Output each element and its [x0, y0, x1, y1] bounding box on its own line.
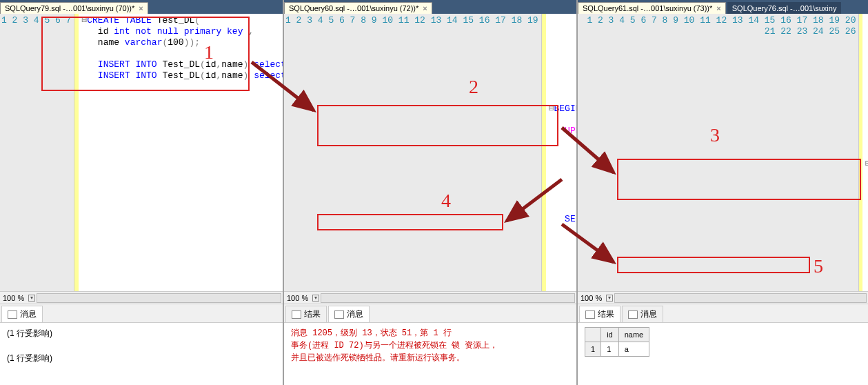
code-editor[interactable]: 1 2 3 4 5 6 7 8 9 10 11 12 13 14 15 16 1…	[578, 14, 868, 291]
file-tab-label: SQLQuery61.sql -…001\suxinyu (73))*	[583, 4, 712, 12]
code-token: id	[98, 26, 114, 37]
code-token: select	[254, 70, 283, 81]
code-token: Test_DL	[157, 59, 200, 70]
results-panel: 消息 1205，级别 13，状态 51，第 1 行事务(进程 ID 72)与另一…	[284, 323, 576, 385]
message-line	[7, 339, 276, 352]
results-tab[interactable]: 消息	[622, 306, 663, 322]
horizontal-scrollbar[interactable]	[37, 293, 281, 303]
results-tab-label: 结果	[304, 308, 321, 320]
code-token: name	[98, 37, 125, 48]
zoom-bar: 100 %▾	[284, 291, 576, 304]
code-editor[interactable]: 1 2 3 4 5 6 7 8 9 10 11 12 13 14 15 16 1…	[284, 14, 576, 291]
results-tab-icon	[292, 310, 301, 319]
file-tab[interactable]: SQLQuery79.sql -…001\suxinyu (70))*×	[0, 2, 148, 14]
code-token: BEGIN TRANSACTION	[554, 103, 577, 114]
code-token: )	[243, 59, 254, 70]
code-token: ));	[184, 37, 200, 48]
results-tab-icon	[628, 310, 638, 319]
code-token: int not null primary key	[114, 26, 248, 37]
zoom-dropdown-icon[interactable]: ▾	[312, 295, 319, 302]
results-tab-label: 消息	[20, 308, 37, 320]
file-tab[interactable]: SQLQuery60.sql -…001\suxinyu (72))*×	[284, 2, 432, 14]
file-tab[interactable]: SQLQuery61.sql -…001\suxinyu (73))*×	[578, 2, 726, 14]
code-area[interactable]: ⊟BEGIN TRANSACTION UPDATE Test_DL SET Na…	[862, 14, 868, 291]
code-token: select	[254, 59, 283, 70]
code-token: id	[205, 70, 216, 81]
horizontal-scrollbar[interactable]	[321, 293, 575, 303]
line-number-gutter: 1 2 3 4 5 6 7 8 9 10 11 12 13 14 15 16 1…	[284, 14, 542, 291]
code-token: INSERT INTO	[98, 59, 157, 70]
editor-pane: SQLQuery61.sql -…001\suxinyu (73))*×SQLQ…	[578, 0, 868, 385]
code-area[interactable]: ⊟CREATE TABLE Test_DL( id int not null p…	[79, 14, 283, 291]
zoom-level[interactable]: 100 %	[578, 294, 605, 302]
code-token: name	[221, 70, 243, 81]
results-tab[interactable]: 消息	[328, 306, 370, 322]
message-line: 并且已被选作死锁牺牲品。请重新运行该事务。	[291, 352, 569, 364]
zoom-dropdown-icon[interactable]: ▾	[28, 295, 35, 302]
code-token: CREATE TABLE	[87, 15, 152, 26]
close-icon[interactable]: ×	[139, 4, 143, 12]
code-token: )	[243, 70, 254, 81]
close-icon[interactable]: ×	[423, 4, 427, 12]
grid-row-number[interactable]: 1	[585, 342, 601, 357]
zoom-level[interactable]: 100 %	[284, 294, 311, 302]
grid-cell[interactable]: a	[618, 342, 649, 357]
line-number-gutter: 1 2 3 4 5 6 7	[0, 14, 74, 291]
results-tab-icon	[334, 310, 344, 319]
tab-bar: SQLQuery61.sql -…001\suxinyu (73))*×SQLQ…	[578, 0, 868, 14]
results-tab-bar: 消息	[0, 304, 283, 323]
results-tab[interactable]: 消息	[1, 306, 43, 322]
grid-header[interactable]: name	[618, 328, 649, 342]
zoom-bar: 100 %▾	[578, 291, 868, 304]
grid-corner	[585, 328, 601, 342]
file-tab-label: SQLQuery76.sql -…001\suxiny	[732, 4, 837, 12]
file-tab-label: SQLQuery79.sql -…001\suxinyu (70))*	[5, 4, 134, 12]
grid-cell[interactable]: 1	[601, 342, 619, 357]
fold-icon[interactable]: ⊟	[865, 159, 868, 169]
results-tab-icon	[8, 310, 17, 319]
editor-pane: SQLQuery60.sql -…001\suxinyu (72))*×1 2 …	[284, 0, 578, 385]
code-token: Test_DL	[157, 70, 200, 81]
code-token: 100	[168, 37, 183, 48]
code-token: UPDATE	[565, 126, 576, 136]
zoom-bar: 100 %▾	[0, 291, 283, 304]
code-token: ,	[248, 26, 254, 37]
results-panel: idname11a	[578, 323, 868, 385]
file-tab-label: SQLQuery60.sql -…001\suxinyu (72))*	[289, 4, 418, 12]
zoom-dropdown-icon[interactable]: ▾	[606, 295, 613, 302]
horizontal-scrollbar[interactable]	[614, 293, 867, 303]
code-token: SELECT	[565, 214, 576, 224]
results-tab-icon	[585, 310, 595, 319]
message-line: 事务(进程 ID 72)与另一个进程被死锁在 锁 资源上，	[291, 339, 569, 352]
message-line: (1 行受影响)	[7, 327, 276, 339]
results-grid[interactable]: idname11a	[585, 327, 649, 357]
results-tab-bar: 结果消息	[578, 304, 868, 323]
message-line: 消息 1205，级别 13，状态 51，第 1 行	[291, 327, 569, 339]
code-token: Test_DL	[152, 15, 194, 26]
close-icon[interactable]: ×	[716, 4, 720, 12]
editor-pane: SQLQuery79.sql -…001\suxinyu (70))*×1 2 …	[0, 0, 284, 385]
results-tab[interactable]: 结果	[285, 306, 327, 322]
code-token: id	[205, 59, 216, 70]
code-editor[interactable]: 1 2 3 4 5 6 7 ⊟CREATE TABLE Test_DL( id …	[0, 14, 283, 291]
code-token: INSERT INTO	[98, 70, 157, 81]
code-token: name	[221, 59, 243, 70]
file-tab[interactable]: SQLQuery76.sql -…001\suxiny	[727, 2, 842, 14]
fold-icon[interactable]: ⊟	[549, 103, 554, 114]
code-token: varchar	[125, 37, 163, 48]
results-tab-label: 消息	[347, 308, 363, 320]
grid-header[interactable]: id	[601, 328, 619, 342]
tab-bar: SQLQuery60.sql -…001\suxinyu (72))*×	[284, 0, 576, 14]
code-token: (	[194, 15, 200, 26]
results-panel: (1 行受影响) (1 行受影响)	[0, 323, 283, 385]
code-area[interactable]: ⊟BEGIN TRANSACTION UPDATE Test_DL SET Na…	[546, 14, 576, 291]
results-tab-label: 结果	[598, 308, 614, 320]
line-number-gutter: 1 2 3 4 5 6 7 8 9 10 11 12 13 14 15 16 1…	[578, 14, 859, 291]
message-line: (1 行受影响)	[7, 352, 276, 364]
results-tab-label: 消息	[640, 308, 657, 320]
results-tab[interactable]: 结果	[579, 306, 620, 322]
code-token: (	[200, 59, 205, 70]
tab-bar: SQLQuery79.sql -…001\suxinyu (70))*×	[0, 0, 283, 14]
code-token: (	[200, 70, 205, 81]
zoom-level[interactable]: 100 %	[0, 294, 27, 302]
